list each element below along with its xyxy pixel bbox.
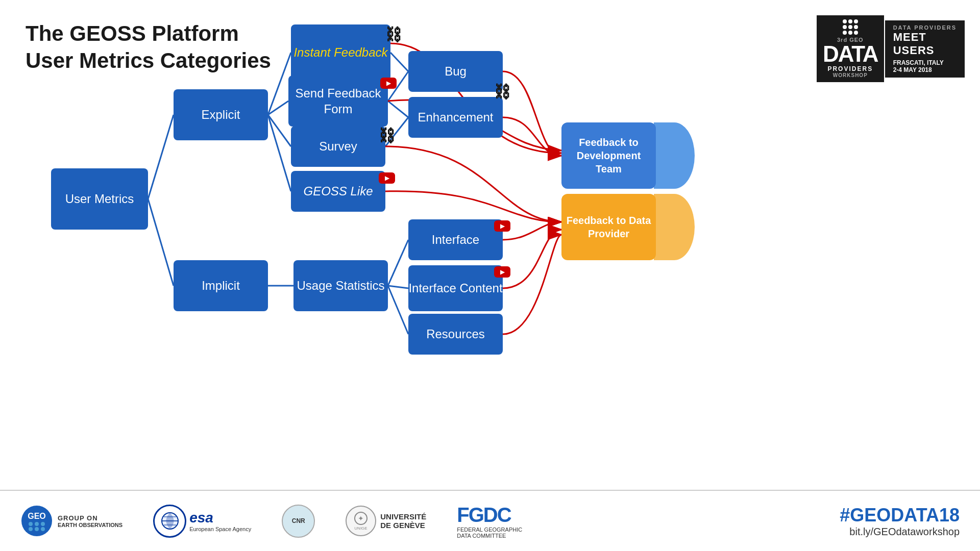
play-icon-geoss-like[interactable]: ▶	[379, 172, 395, 184]
interface-box: Interface	[408, 219, 503, 260]
logo-location: FRASCATI, ITALY	[893, 59, 944, 66]
svg-text:✦: ✦	[358, 514, 364, 522]
enhancement-box: Enhancement	[408, 97, 503, 138]
footer-fgdc-sub1: FEDERAL GEOGRAPHIC	[457, 527, 522, 533]
play-icon-send-feedback[interactable]: ▶	[380, 78, 397, 89]
play-icon-interface[interactable]: ▶	[494, 220, 510, 232]
footer-fgdc-sub2: DATA COMMITTEE	[457, 533, 522, 539]
footer-fgdc-name: FGDC	[457, 504, 522, 527]
interface-content-box: Interface Content	[408, 265, 503, 311]
svg-text:UNIGE: UNIGE	[355, 526, 368, 531]
footer-fgdc-logo: FGDC FEDERAL GEOGRAPHIC DATA COMMITTEE	[457, 504, 522, 539]
footer-geo-logo: GEO GROUP ON EARTH OBSERVATIONS	[20, 505, 122, 538]
svg-text:GEO: GEO	[28, 512, 46, 520]
svg-line-3	[268, 101, 288, 115]
svg-line-7	[388, 240, 408, 286]
svg-line-5	[268, 115, 291, 191]
logo-users: USERS	[893, 44, 935, 57]
svg-line-9	[388, 286, 408, 334]
footer-cnr-logo: CNR	[282, 505, 315, 538]
chain-icon-instant: ⛓	[385, 26, 402, 44]
logo-data: DATA	[823, 43, 878, 65]
svg-line-12	[388, 101, 408, 117]
footer-esa-sub: European Space Agency	[189, 526, 251, 532]
footer-esa-name: esa	[189, 510, 251, 526]
bug-box: Bug	[408, 51, 503, 92]
chain-icon-bug-enhancement: ⛓	[494, 83, 510, 102]
play-icon-interface-content[interactable]: ▶	[494, 266, 510, 278]
logo-providers: PROVIDERS	[827, 65, 873, 72]
chain-icon-survey: ⛓	[379, 127, 395, 145]
footer-unige-logo: ✦ UNIGE UNIVERSITÉ DE GENÈVE	[346, 506, 426, 536]
conference-logo: 3rd GEO DATA PROVIDERS WORKSHOP DATA PRO…	[817, 15, 965, 82]
footer-hashtag: #GEODATA18 bit.ly/GEOdataworkshop	[840, 505, 960, 538]
svg-line-4	[268, 115, 291, 146]
survey-box: Survey	[291, 126, 385, 167]
main-title: The GEOSS Platform User Metrics Categori…	[26, 20, 271, 74]
footer-bar: GEO GROUP ON EARTH OBSERVATIONS	[0, 490, 980, 551]
logo-workshop: WORKSHOP	[833, 72, 868, 78]
logo-meet: MEET	[893, 31, 926, 44]
svg-point-15	[21, 506, 52, 536]
implicit-box: Implicit	[174, 260, 268, 311]
svg-line-2	[268, 53, 291, 115]
footer-geo-name: GROUP ON	[58, 514, 122, 522]
svg-point-20	[29, 527, 33, 531]
svg-point-18	[35, 522, 39, 526]
explicit-box: Explicit	[174, 89, 268, 140]
svg-point-17	[29, 522, 33, 526]
svg-point-19	[41, 522, 45, 526]
resources-box: Resources	[408, 314, 503, 355]
send-feedback-form-box: Send Feedback Form	[288, 76, 388, 127]
footer-geo-sub: EARTH OBSERVATIONS	[58, 522, 122, 528]
logo-date: 2-4 MAY 2018	[893, 66, 932, 73]
footer-unige-name1: UNIVERSITÉ	[380, 512, 426, 521]
svg-point-21	[35, 527, 39, 531]
svg-line-8	[388, 286, 408, 288]
instant-feedback-box: Instant Feedback	[291, 24, 390, 81]
user-metrics-box: User Metrics	[51, 168, 148, 230]
svg-line-10	[390, 53, 408, 71]
svg-line-1	[148, 199, 174, 286]
svg-point-22	[41, 527, 45, 531]
feedback-dev-team-cylinder: Feedback to Development Team	[561, 122, 695, 189]
footer-unige-name2: DE GENÈVE	[380, 521, 426, 530]
usage-statistics-box: Usage Statistics	[293, 260, 388, 311]
svg-line-0	[148, 115, 174, 199]
geoss-like-box: GEOSS Like	[291, 171, 385, 212]
footer-esa-logo: esa European Space Agency	[153, 505, 251, 538]
feedback-data-provider-cylinder: Feedback to Data Provider	[561, 194, 695, 260]
